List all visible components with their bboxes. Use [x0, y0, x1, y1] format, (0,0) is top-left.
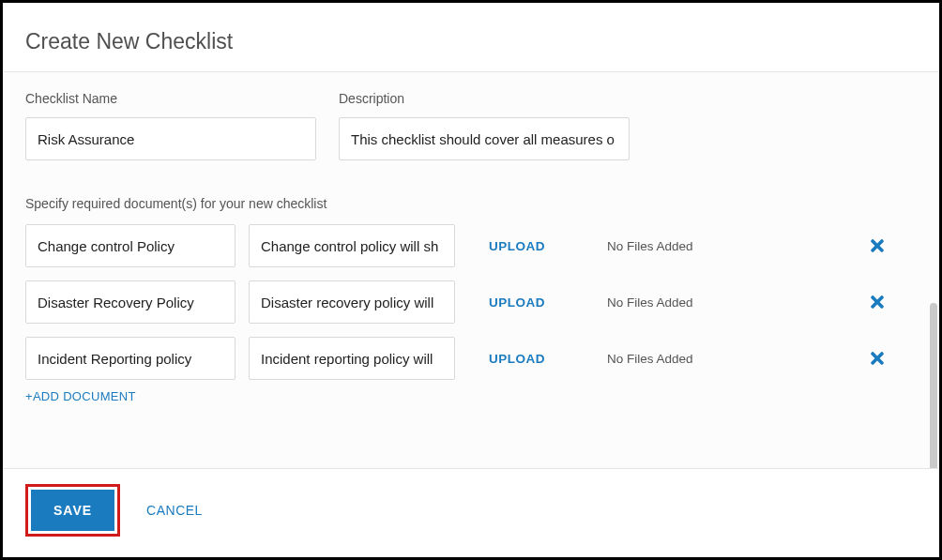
dialog-footer: SAVE CANCEL — [3, 468, 939, 557]
cancel-button[interactable]: CANCEL — [146, 503, 203, 518]
remove-row-button[interactable] — [868, 293, 887, 311]
checklist-name-input[interactable] — [25, 117, 316, 160]
save-button[interactable]: SAVE — [31, 490, 114, 531]
no-files-label: No Files Added — [607, 295, 693, 310]
documents-section-label: Specify required document(s) for your ne… — [25, 196, 917, 211]
dialog-body: Checklist Name Description Specify requi… — [3, 72, 939, 468]
checklist-name-label: Checklist Name — [25, 91, 316, 106]
remove-row-button[interactable] — [868, 236, 887, 255]
description-label: Description — [339, 91, 630, 106]
save-highlight: SAVE — [25, 484, 120, 537]
checklist-name-group: Checklist Name — [25, 91, 316, 160]
dialog-frame: Create New Checklist Checklist Name Desc… — [0, 0, 942, 560]
document-rows: UPLOADNo Files AddedUPLOADNo Files Added… — [25, 224, 917, 380]
add-document-button[interactable]: +ADD DOCUMENT — [25, 389, 917, 403]
upload-button[interactable]: UPLOAD — [489, 352, 545, 366]
document-name-input[interactable] — [25, 337, 236, 380]
document-row: UPLOADNo Files Added — [25, 224, 917, 267]
scrollbar-thumb[interactable] — [930, 303, 937, 468]
document-desc-input[interactable] — [249, 280, 455, 324]
no-files-label: No Files Added — [607, 239, 693, 253]
page-title: Create New Checklist — [25, 29, 917, 54]
close-icon — [868, 293, 887, 311]
document-name-input[interactable] — [25, 280, 236, 324]
document-row: UPLOADNo Files Added — [25, 337, 917, 380]
no-files-label: No Files Added — [607, 352, 693, 366]
document-row: UPLOADNo Files Added — [25, 280, 917, 324]
close-icon — [868, 349, 887, 368]
description-input[interactable] — [339, 117, 630, 160]
close-icon — [868, 236, 887, 255]
remove-row-button[interactable] — [868, 349, 887, 368]
upload-button[interactable]: UPLOAD — [489, 239, 545, 253]
description-group: Description — [339, 91, 630, 160]
dialog-header: Create New Checklist — [3, 3, 939, 71]
document-name-input[interactable] — [25, 224, 236, 267]
document-desc-input[interactable] — [249, 224, 455, 267]
document-desc-input[interactable] — [249, 337, 455, 380]
upload-button[interactable]: UPLOAD — [489, 295, 545, 310]
